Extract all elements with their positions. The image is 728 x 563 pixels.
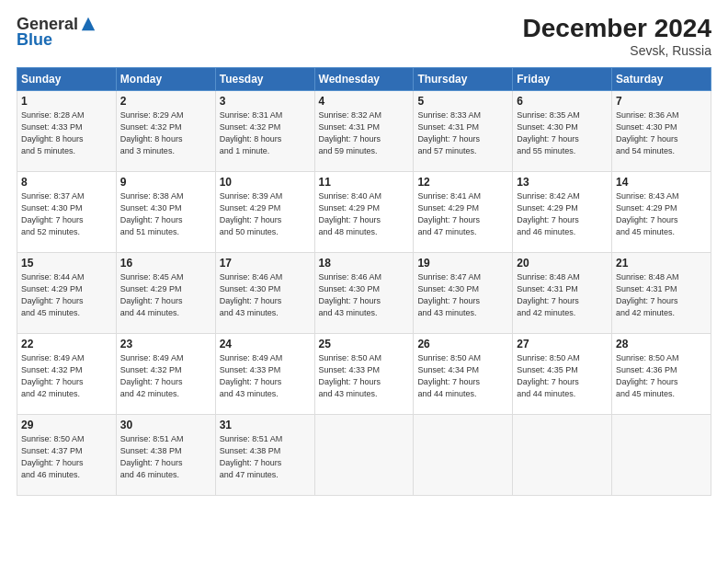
day-number: 24 <box>220 338 311 350</box>
calendar-cell <box>513 414 612 495</box>
calendar-cell: 13Sunrise: 8:42 AMSunset: 4:29 PMDayligh… <box>513 171 612 252</box>
calendar-cell: 20Sunrise: 8:48 AMSunset: 4:31 PMDayligh… <box>513 252 612 333</box>
calendar-cell: 29Sunrise: 8:50 AMSunset: 4:37 PMDayligh… <box>17 414 117 495</box>
calendar-cell: 4Sunrise: 8:32 AMSunset: 4:31 PMDaylight… <box>314 90 414 171</box>
day-number: 20 <box>517 257 608 270</box>
calendar-cell: 12Sunrise: 8:41 AMSunset: 4:29 PMDayligh… <box>414 171 513 252</box>
calendar-cell: 30Sunrise: 8:51 AMSunset: 4:38 PMDayligh… <box>116 414 215 495</box>
cell-info: Sunrise: 8:46 AMSunset: 4:30 PMDaylight:… <box>220 271 311 319</box>
cell-info: Sunrise: 8:28 AMSunset: 4:33 PMDaylight:… <box>21 109 112 157</box>
day-number: 30 <box>120 419 211 431</box>
cell-info: Sunrise: 8:43 AMSunset: 4:29 PMDaylight:… <box>616 190 707 238</box>
page: General Blue December 2024 Sevsk, Russia… <box>0 0 728 563</box>
day-number: 2 <box>120 95 211 108</box>
calendar-week-row: 22Sunrise: 8:49 AMSunset: 4:32 PMDayligh… <box>17 333 711 414</box>
day-number: 13 <box>517 176 608 189</box>
col-header-tuesday: Tuesday <box>215 67 314 90</box>
day-number: 9 <box>120 176 211 189</box>
cell-info: Sunrise: 8:36 AMSunset: 4:30 PMDaylight:… <box>616 109 707 157</box>
day-number: 3 <box>220 95 311 108</box>
calendar-cell: 27Sunrise: 8:50 AMSunset: 4:35 PMDayligh… <box>513 333 612 414</box>
calendar-cell <box>314 414 414 495</box>
day-number: 31 <box>220 419 311 431</box>
calendar-cell: 9Sunrise: 8:38 AMSunset: 4:30 PMDaylight… <box>116 171 215 252</box>
logo: General Blue <box>17 15 97 50</box>
cell-info: Sunrise: 8:49 AMSunset: 4:32 PMDaylight:… <box>120 352 211 400</box>
cell-info: Sunrise: 8:42 AMSunset: 4:29 PMDaylight:… <box>517 190 608 238</box>
col-header-sunday: Sunday <box>17 67 117 90</box>
calendar-cell: 8Sunrise: 8:37 AMSunset: 4:30 PMDaylight… <box>17 171 117 252</box>
calendar-week-row: 29Sunrise: 8:50 AMSunset: 4:37 PMDayligh… <box>17 414 711 495</box>
logo-blue-text: Blue <box>17 30 52 50</box>
day-number: 21 <box>616 257 707 270</box>
cell-info: Sunrise: 8:40 AMSunset: 4:29 PMDaylight:… <box>319 190 410 238</box>
cell-info: Sunrise: 8:48 AMSunset: 4:31 PMDaylight:… <box>517 271 608 319</box>
day-number: 4 <box>319 95 410 108</box>
calendar-cell: 16Sunrise: 8:45 AMSunset: 4:29 PMDayligh… <box>116 252 215 333</box>
cell-info: Sunrise: 8:44 AMSunset: 4:29 PMDaylight:… <box>21 271 112 319</box>
day-number: 10 <box>220 176 311 189</box>
cell-info: Sunrise: 8:50 AMSunset: 4:34 PMDaylight:… <box>417 352 508 400</box>
calendar-cell: 5Sunrise: 8:33 AMSunset: 4:31 PMDaylight… <box>414 90 513 171</box>
cell-info: Sunrise: 8:50 AMSunset: 4:33 PMDaylight:… <box>319 352 410 400</box>
day-number: 27 <box>517 338 608 350</box>
calendar-cell: 3Sunrise: 8:31 AMSunset: 4:32 PMDaylight… <box>215 90 314 171</box>
cell-info: Sunrise: 8:37 AMSunset: 4:30 PMDaylight:… <box>21 190 112 238</box>
day-number: 8 <box>21 176 112 189</box>
cell-info: Sunrise: 8:48 AMSunset: 4:31 PMDaylight:… <box>616 271 707 319</box>
header: General Blue December 2024 Sevsk, Russia <box>17 15 711 58</box>
col-header-monday: Monday <box>116 67 215 90</box>
cell-info: Sunrise: 8:49 AMSunset: 4:32 PMDaylight:… <box>21 352 112 400</box>
calendar-cell: 11Sunrise: 8:40 AMSunset: 4:29 PMDayligh… <box>314 171 414 252</box>
day-number: 26 <box>417 338 508 350</box>
calendar-cell: 1Sunrise: 8:28 AMSunset: 4:33 PMDaylight… <box>17 90 117 171</box>
calendar-cell: 21Sunrise: 8:48 AMSunset: 4:31 PMDayligh… <box>612 252 711 333</box>
day-number: 7 <box>616 95 707 108</box>
day-number: 28 <box>616 338 707 350</box>
cell-info: Sunrise: 8:46 AMSunset: 4:30 PMDaylight:… <box>319 271 410 319</box>
calendar-cell: 2Sunrise: 8:29 AMSunset: 4:32 PMDaylight… <box>116 90 215 171</box>
day-number: 1 <box>21 95 112 108</box>
cell-info: Sunrise: 8:33 AMSunset: 4:31 PMDaylight:… <box>417 109 508 157</box>
cell-info: Sunrise: 8:41 AMSunset: 4:29 PMDaylight:… <box>417 190 508 238</box>
cell-info: Sunrise: 8:50 AMSunset: 4:37 PMDaylight:… <box>21 433 112 481</box>
col-header-saturday: Saturday <box>612 67 711 90</box>
svg-marker-0 <box>82 17 95 29</box>
col-header-wednesday: Wednesday <box>314 67 414 90</box>
cell-info: Sunrise: 8:38 AMSunset: 4:30 PMDaylight:… <box>120 190 211 238</box>
day-number: 17 <box>220 257 311 270</box>
day-number: 6 <box>517 95 608 108</box>
calendar-cell: 17Sunrise: 8:46 AMSunset: 4:30 PMDayligh… <box>215 252 314 333</box>
cell-info: Sunrise: 8:50 AMSunset: 4:35 PMDaylight:… <box>517 352 608 400</box>
cell-info: Sunrise: 8:32 AMSunset: 4:31 PMDaylight:… <box>319 109 410 157</box>
cell-info: Sunrise: 8:47 AMSunset: 4:30 PMDaylight:… <box>417 271 508 319</box>
calendar-week-row: 15Sunrise: 8:44 AMSunset: 4:29 PMDayligh… <box>17 252 711 333</box>
cell-info: Sunrise: 8:31 AMSunset: 4:32 PMDaylight:… <box>220 109 311 157</box>
day-number: 14 <box>616 176 707 189</box>
calendar-cell: 14Sunrise: 8:43 AMSunset: 4:29 PMDayligh… <box>612 171 711 252</box>
day-number: 19 <box>417 257 508 270</box>
cell-info: Sunrise: 8:35 AMSunset: 4:30 PMDaylight:… <box>517 109 608 157</box>
cell-info: Sunrise: 8:50 AMSunset: 4:36 PMDaylight:… <box>616 352 707 400</box>
logo-icon <box>80 16 97 32</box>
cell-info: Sunrise: 8:29 AMSunset: 4:32 PMDaylight:… <box>120 109 211 157</box>
day-number: 16 <box>120 257 211 270</box>
day-number: 12 <box>417 176 508 189</box>
calendar-cell: 10Sunrise: 8:39 AMSunset: 4:29 PMDayligh… <box>215 171 314 252</box>
month-title: December 2024 <box>523 15 711 43</box>
calendar-cell: 31Sunrise: 8:51 AMSunset: 4:38 PMDayligh… <box>215 414 314 495</box>
day-number: 29 <box>21 419 112 431</box>
calendar-cell: 28Sunrise: 8:50 AMSunset: 4:36 PMDayligh… <box>612 333 711 414</box>
calendar-cell <box>414 414 513 495</box>
col-header-friday: Friday <box>513 67 612 90</box>
day-number: 25 <box>319 338 410 350</box>
day-number: 18 <box>319 257 410 270</box>
calendar-week-row: 1Sunrise: 8:28 AMSunset: 4:33 PMDaylight… <box>17 90 711 171</box>
calendar-cell: 6Sunrise: 8:35 AMSunset: 4:30 PMDaylight… <box>513 90 612 171</box>
calendar-cell: 24Sunrise: 8:49 AMSunset: 4:33 PMDayligh… <box>215 333 314 414</box>
cell-info: Sunrise: 8:45 AMSunset: 4:29 PMDaylight:… <box>120 271 211 319</box>
calendar-cell <box>612 414 711 495</box>
title-block: December 2024 Sevsk, Russia <box>523 15 711 58</box>
day-number: 22 <box>21 338 112 350</box>
cell-info: Sunrise: 8:49 AMSunset: 4:33 PMDaylight:… <box>220 352 311 400</box>
